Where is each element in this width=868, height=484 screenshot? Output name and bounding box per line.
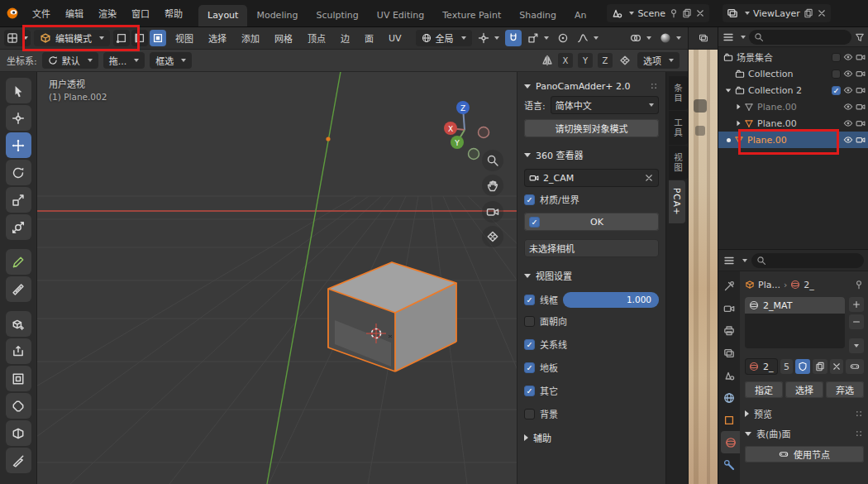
tab-material-properties[interactable]	[721, 431, 740, 453]
deselect-button[interactable]: 弃选	[826, 381, 864, 398]
switch-object-mode-button[interactable]: 请切换到对象模式	[524, 119, 659, 137]
expand-arrow-icon[interactable]	[737, 121, 741, 126]
menu-add[interactable]: 添加	[236, 31, 265, 45]
tool-transform[interactable]	[6, 214, 31, 240]
image-editor-header[interactable]	[689, 27, 718, 50]
mirror-x-button[interactable]: X	[558, 53, 573, 68]
camera-view-button[interactable]	[482, 201, 503, 223]
menu-view[interactable]: 视图	[169, 31, 199, 45]
menu-edit[interactable]: 编辑	[58, 0, 91, 26]
eye-icon[interactable]	[843, 69, 853, 79]
outliner-row-collection[interactable]: Collection	[718, 65, 868, 82]
outliner-editor-icon[interactable]	[723, 31, 734, 43]
tab-modifier-properties[interactable]	[718, 453, 740, 476]
render-camera-icon[interactable]	[856, 69, 866, 79]
mirror-z-button[interactable]: Z	[598, 53, 613, 68]
options-dropdown[interactable]: 选项	[637, 52, 680, 69]
gizmo-axis-z[interactable]: Z	[456, 101, 470, 114]
properties-editor-icon[interactable]	[723, 255, 735, 266]
outliner-search-input[interactable]	[749, 30, 851, 45]
transform-orientation-selector[interactable]: 全局	[416, 30, 472, 46]
properties-search-input[interactable]	[751, 253, 864, 268]
coord-system-selector[interactable]: 默认	[42, 52, 98, 69]
assign-button[interactable]: 指定	[745, 381, 783, 398]
eye-icon[interactable]	[843, 135, 853, 145]
outliner-row-collection2[interactable]: Collection 2	[718, 82, 868, 98]
tab-texture-paint[interactable]: Texture Paint	[433, 5, 510, 26]
view-settings-header[interactable]: 视图设置	[524, 266, 659, 285]
pan-hand-button[interactable]	[482, 175, 503, 196]
gizmo-axis-y[interactable]: Y	[451, 136, 464, 149]
breadcrumb-object[interactable]: Pla...	[758, 280, 780, 290]
blender-logo[interactable]	[0, 7, 25, 20]
viewport-canvas[interactable]: Z X Y 用户透视 (1) Plane.002	[37, 72, 517, 484]
reference-image[interactable]	[689, 50, 718, 484]
render-camera-icon[interactable]	[856, 52, 866, 62]
material-slot-list[interactable]: 2_MAT	[745, 297, 845, 348]
vertex-select-mode-button[interactable]	[113, 30, 130, 46]
tool-annotate[interactable]	[6, 249, 31, 275]
preview-section-header[interactable]: 预览	[745, 405, 864, 423]
pin-icon[interactable]	[669, 8, 679, 18]
image-overlay-button[interactable]	[694, 99, 707, 113]
editor-type-button[interactable]	[4, 30, 31, 46]
copy-icon[interactable]	[804, 8, 813, 18]
new-material-button[interactable]	[813, 359, 827, 374]
tab-world-properties[interactable]	[718, 386, 740, 409]
tool-cursor[interactable]	[6, 105, 31, 131]
tab-render-properties[interactable]	[718, 297, 740, 319]
render-camera-icon[interactable]	[856, 85, 866, 95]
tab-sculpting[interactable]: Sculpting	[307, 5, 367, 26]
npanel-tab-item[interactable]: 条目	[669, 76, 688, 110]
mirror-y-button[interactable]: Y	[578, 53, 593, 68]
pin-icon[interactable]	[854, 280, 864, 290]
breadcrumb-material[interactable]: 2_	[804, 280, 814, 290]
tool-scale[interactable]	[6, 187, 31, 213]
eye-icon[interactable]	[843, 85, 853, 95]
slot-specials-button[interactable]	[849, 338, 864, 353]
unlink-material-button[interactable]	[830, 359, 843, 374]
menu-window[interactable]: 窗口	[124, 0, 157, 26]
gizmo-axis-y-neg[interactable]	[469, 149, 479, 160]
camera-field[interactable]: 2_CAM	[524, 169, 659, 187]
tab-shading[interactable]: Shading	[510, 5, 565, 26]
tab-uv-editing[interactable]: UV Editing	[368, 5, 433, 26]
tab-scene-properties[interactable]	[718, 364, 740, 386]
relations-checkbox[interactable]	[524, 339, 535, 350]
exclude-checkbox[interactable]	[832, 86, 841, 95]
background-checkbox[interactable]	[524, 409, 535, 419]
eye-icon[interactable]	[843, 118, 853, 128]
tab-output-properties[interactable]	[718, 319, 740, 342]
tab-viewlayer-properties[interactable]	[718, 342, 740, 364]
language-selector[interactable]: 简体中文	[551, 96, 659, 114]
eye-icon[interactable]	[843, 52, 853, 62]
drag-dots-icon[interactable]	[649, 81, 659, 91]
menu-edge[interactable]: 边	[335, 31, 355, 45]
render-camera-icon[interactable]	[856, 135, 866, 145]
tool-loop-cut[interactable]	[6, 420, 31, 446]
mode-selector[interactable]: 编辑模式	[34, 30, 110, 46]
menu-mesh[interactable]: 网格	[269, 31, 298, 45]
menu-vertex[interactable]: 顶点	[302, 31, 331, 45]
aux-section-header[interactable]: 辅助	[524, 429, 659, 447]
snap-grid-icon[interactable]	[619, 55, 631, 66]
fake-user-button[interactable]	[795, 359, 810, 374]
menu-file[interactable]: 文件	[25, 0, 58, 26]
tab-layout[interactable]: Layout	[198, 5, 247, 26]
remove-slot-button[interactable]	[849, 314, 864, 329]
npanel-tab-view[interactable]: 视图	[669, 146, 688, 180]
tab-tool-properties[interactable]	[718, 275, 740, 297]
tool-select-box[interactable]	[6, 78, 31, 103]
material-world-row[interactable]: 材质/世界	[524, 189, 659, 209]
viewlayer-selector[interactable]: ViewLayer	[723, 4, 831, 22]
close-icon[interactable]	[695, 8, 705, 18]
select-mode-selector[interactable]: 框选	[150, 52, 192, 69]
material-name-field[interactable]: 2_	[745, 358, 778, 375]
tab-object-properties[interactable]	[718, 409, 740, 431]
floor-checkbox[interactable]	[524, 362, 535, 373]
render-camera-icon[interactable]	[856, 102, 866, 112]
show-overlays-button[interactable]	[627, 30, 654, 46]
menu-uv[interactable]: UV	[383, 33, 408, 44]
material-world-checkbox[interactable]	[524, 194, 535, 205]
tool-knife[interactable]	[6, 448, 31, 473]
